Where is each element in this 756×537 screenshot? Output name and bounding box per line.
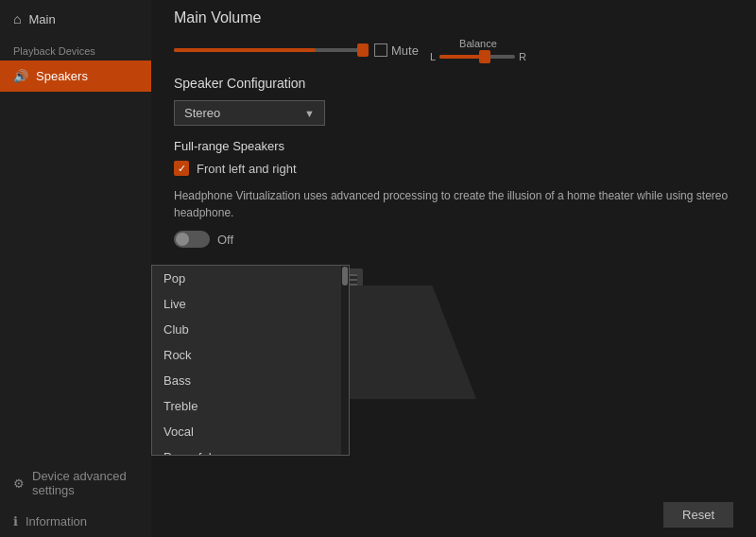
sidebar-item-main[interactable]: ⌂ Main [0, 0, 151, 38]
balance-fill [439, 55, 485, 59]
dropdown-item[interactable]: Treble [152, 393, 349, 419]
balance-l-label: L [430, 51, 436, 62]
sidebar-item-information[interactable]: ℹ Information [0, 506, 151, 537]
dropdown-item[interactable]: Bass [152, 368, 349, 393]
balance-area: Balance L R [430, 38, 526, 62]
balance-slider[interactable] [439, 55, 515, 59]
balance-r-label: R [519, 51, 526, 62]
dropdown-item[interactable]: Powerful [152, 444, 349, 455]
mute-wrapper: Mute [374, 43, 419, 58]
speaker-config-dropdown[interactable]: Stereo ▼ [174, 100, 325, 126]
mute-label: Mute [391, 43, 419, 58]
toggle-off-label: Off [217, 233, 233, 247]
speaker-config-value: Stereo [184, 106, 220, 120]
sidebar-speakers-label: Speakers [36, 69, 88, 83]
sidebar-item-device-advanced[interactable]: ⚙ Device advanced settings [0, 460, 151, 506]
speaker-config-title: Speaker Configuration [174, 76, 733, 91]
dropdown-scrollbar[interactable] [341, 266, 349, 455]
chevron-down-icon: ▼ [304, 108, 315, 119]
dropdown-item[interactable]: Rock [152, 342, 349, 368]
dropdown-item[interactable]: Vocal [152, 419, 349, 444]
scrollbar-thumb [342, 267, 348, 286]
sidebar-main-label: Main [28, 12, 55, 26]
balance-thumb[interactable] [479, 50, 490, 63]
main-volume-title: Main Volume [174, 9, 733, 26]
info-icon: ℹ [13, 514, 18, 528]
sidebar-item-speakers[interactable]: 🔊 Speakers [0, 61, 151, 92]
fullrange-title: Full-range Speakers [174, 139, 733, 153]
virt-text: Headphone Virtualization uses advanced p… [174, 187, 733, 221]
reset-button[interactable]: Reset [663, 502, 733, 528]
toggle-knob [176, 233, 189, 246]
dropdown-scroll-area: PopLiveClubRockBassTrebleVocalPowerfulDa… [152, 266, 349, 455]
balance-track-row: L R [430, 51, 526, 62]
dropdown-item[interactable]: Live [152, 291, 349, 317]
home-icon: ⌂ [13, 11, 21, 26]
dropdown-item[interactable]: Pop [152, 266, 349, 291]
speaker-config-dropdown-wrapper: Stereo ▼ [174, 100, 325, 126]
volume-fill [174, 48, 316, 52]
front-lr-checkbox[interactable] [174, 161, 189, 176]
volume-row: Mute Balance L R [174, 38, 733, 62]
device-advanced-label: Device advanced settings [32, 469, 138, 497]
information-label: Information [26, 514, 87, 528]
sidebar-bottom: ⚙ Device advanced settings ℹ Information [0, 460, 151, 537]
front-lr-label: Front left and right [197, 162, 297, 176]
settings-icon: ⚙ [13, 476, 25, 491]
virt-toggle[interactable] [174, 231, 210, 248]
balance-label: Balance [459, 38, 497, 49]
mute-checkbox[interactable] [374, 43, 387, 57]
speaker-icon: 🔊 [13, 69, 28, 83]
equalizer-dropdown: PopLiveClubRockBassTrebleVocalPowerfulDa… [151, 265, 350, 456]
volume-thumb[interactable] [357, 43, 369, 57]
sidebar: ⌂ Main Playback Devices 🔊 Speakers ⚙ Dev… [0, 0, 151, 537]
dropdown-item[interactable]: Club [152, 317, 349, 342]
toggle-row: Off [174, 231, 733, 248]
sidebar-section-playback: Playback Devices [0, 38, 151, 61]
volume-slider[interactable] [174, 48, 363, 52]
checkbox-row: Front left and right [174, 161, 733, 176]
main-content: Main Volume Mute Balance L R Speaker Con… [151, 0, 756, 537]
